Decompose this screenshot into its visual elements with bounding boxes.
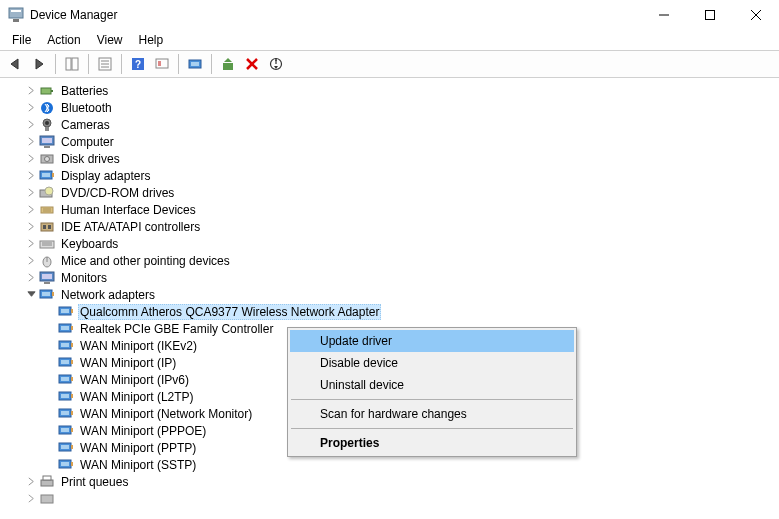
tree-node-mice[interactable]: Mice and other pointing devices <box>4 252 779 269</box>
close-button[interactable] <box>733 0 779 30</box>
expander-placeholder <box>42 355 58 371</box>
tree-node-more[interactable] <box>4 490 779 507</box>
expander-icon[interactable] <box>23 83 39 99</box>
menu-help[interactable]: Help <box>131 31 172 49</box>
svg-rect-59 <box>71 309 73 313</box>
tree-node-dvd[interactable]: DVD/CD-ROM drives <box>4 184 779 201</box>
svg-rect-73 <box>61 394 69 398</box>
expander-icon[interactable] <box>23 185 39 201</box>
tree-node-display-adapters[interactable]: Display adapters <box>4 167 779 184</box>
svg-rect-7 <box>66 58 71 70</box>
svg-rect-79 <box>61 428 69 432</box>
svg-rect-62 <box>71 326 73 330</box>
expander-icon[interactable] <box>23 168 39 184</box>
expander-icon[interactable] <box>23 236 39 252</box>
expander-icon[interactable] <box>23 151 39 167</box>
svg-rect-74 <box>71 394 73 398</box>
network-adapter-icon <box>58 423 74 439</box>
ctx-separator <box>291 399 573 400</box>
menu-file[interactable]: File <box>4 31 39 49</box>
expander-icon[interactable] <box>23 202 39 218</box>
tree-node-label: WAN Miniport (IKEv2) <box>78 339 199 353</box>
tree-node-label: WAN Miniport (PPPOE) <box>78 424 208 438</box>
show-hide-tree-button[interactable] <box>61 53 83 75</box>
expander-icon[interactable] <box>23 117 39 133</box>
svg-rect-19 <box>223 63 233 70</box>
maximize-button[interactable] <box>687 0 733 30</box>
ctx-scan-hardware[interactable]: Scan for hardware changes <box>290 403 574 425</box>
svg-rect-16 <box>158 61 161 66</box>
svg-rect-56 <box>52 292 54 296</box>
expander-icon[interactable] <box>23 100 39 116</box>
svg-rect-67 <box>61 360 69 364</box>
network-adapter-icon <box>58 321 74 337</box>
tree-node-bluetooth[interactable]: Bluetooth <box>4 99 779 116</box>
svg-rect-85 <box>61 462 69 466</box>
svg-rect-88 <box>43 476 51 480</box>
network-adapter-icon <box>39 287 55 303</box>
expander-icon[interactable] <box>23 491 39 507</box>
ctx-update-driver[interactable]: Update driver <box>290 330 574 352</box>
svg-rect-32 <box>44 146 50 148</box>
camera-icon <box>39 117 55 133</box>
app-icon <box>8 7 24 23</box>
svg-rect-55 <box>42 292 50 296</box>
disk-icon <box>39 151 55 167</box>
tree-node-cameras[interactable]: Cameras <box>4 116 779 133</box>
mouse-icon <box>39 253 55 269</box>
tree-node-network-adapters[interactable]: Network adapters <box>4 286 779 303</box>
tree-node-label: WAN Miniport (SSTP) <box>78 458 198 472</box>
tree-node-label: WAN Miniport (Network Monitor) <box>78 407 254 421</box>
tree-node-network-child[interactable]: Qualcomm Atheros QCA9377 Wireless Networ… <box>4 303 779 320</box>
menu-view[interactable]: View <box>89 31 131 49</box>
properties-button[interactable] <box>94 53 116 75</box>
display-adapter-icon <box>39 168 55 184</box>
expander-placeholder <box>42 372 58 388</box>
expander-icon[interactable] <box>23 253 39 269</box>
tree-node-hid[interactable]: Human Interface Devices <box>4 201 779 218</box>
tree-node-label: WAN Miniport (IP) <box>78 356 178 370</box>
help-button[interactable]: ? <box>127 53 149 75</box>
back-button[interactable] <box>4 53 26 75</box>
tree-node-network-child[interactable]: WAN Miniport (SSTP) <box>4 456 779 473</box>
action-center-button[interactable] <box>151 53 173 75</box>
tree-node-label: Realtek PCIe GBE Family Controller <box>78 322 275 336</box>
tree-node-monitors[interactable]: Monitors <box>4 269 779 286</box>
expander-icon[interactable] <box>23 270 39 286</box>
expander-icon[interactable] <box>23 219 39 235</box>
tree-node-label: WAN Miniport (IPv6) <box>78 373 191 387</box>
forward-button[interactable] <box>28 53 50 75</box>
network-adapter-icon <box>58 304 74 320</box>
tree-node-batteries[interactable]: Batteries <box>4 82 779 99</box>
expander-placeholder <box>42 406 58 422</box>
network-adapter-icon <box>58 372 74 388</box>
monitor-icon <box>39 270 55 286</box>
tree-node-keyboards[interactable]: Keyboards <box>4 235 779 252</box>
disable-button[interactable] <box>265 53 287 75</box>
svg-rect-0 <box>9 8 23 18</box>
update-driver-button[interactable] <box>217 53 239 75</box>
minimize-button[interactable] <box>641 0 687 30</box>
menu-action[interactable]: Action <box>39 31 88 49</box>
uninstall-button[interactable] <box>241 53 263 75</box>
svg-rect-76 <box>61 411 69 415</box>
menu-bar: File Action View Help <box>0 30 779 50</box>
expander-icon[interactable] <box>23 474 39 490</box>
device-icon <box>39 491 55 507</box>
tree-node-ide[interactable]: IDE ATA/ATAPI controllers <box>4 218 779 235</box>
scan-hardware-button[interactable] <box>184 53 206 75</box>
expander-icon[interactable] <box>23 287 39 303</box>
svg-rect-40 <box>41 207 53 213</box>
svg-point-39 <box>45 187 53 195</box>
ctx-uninstall-device[interactable]: Uninstall device <box>290 374 574 396</box>
tree-node-label: WAN Miniport (PPTP) <box>78 441 198 455</box>
svg-rect-24 <box>41 88 51 94</box>
ctx-disable-device[interactable]: Disable device <box>290 352 574 374</box>
ctx-properties[interactable]: Properties <box>290 432 574 454</box>
expander-icon[interactable] <box>23 134 39 150</box>
battery-icon <box>39 83 55 99</box>
tree-node-disk-drives[interactable]: Disk drives <box>4 150 779 167</box>
tree-node-computer[interactable]: Computer <box>4 133 779 150</box>
bluetooth-icon <box>39 100 55 116</box>
tree-node-print-queues[interactable]: Print queues <box>4 473 779 490</box>
